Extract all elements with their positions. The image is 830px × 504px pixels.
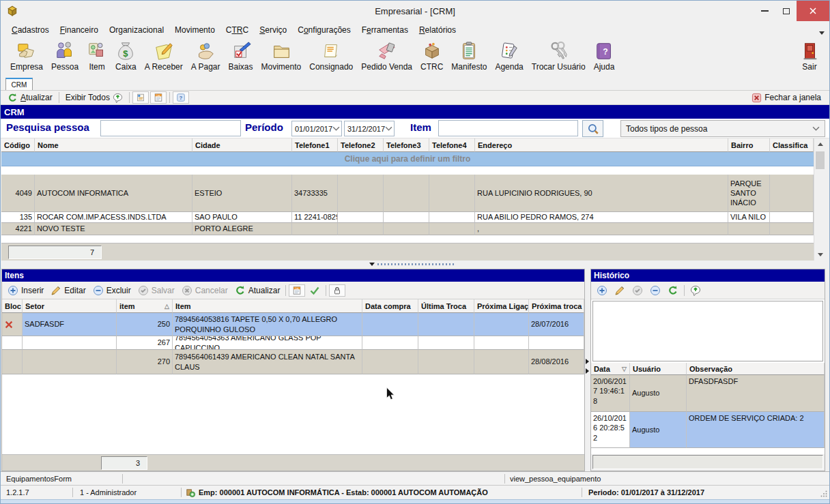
cancelar-button[interactable]: Cancelar: [178, 285, 231, 296]
refresh-button[interactable]: [664, 285, 682, 296]
table-row[interactable]: 2707894564061439 AMERICANO CLEAN NATAL S…: [2, 350, 584, 374]
column-header-próxima-troca[interactable]: Próxima troca: [529, 299, 584, 313]
persons-filter-band[interactable]: Clique aqui para definir um filtro: [1, 152, 814, 166]
persons-vertical-scrollbar[interactable]: [814, 138, 825, 261]
table-row[interactable]: 4049AUTOCOM INFORMATICAESTEIO34733335RUA…: [1, 175, 814, 212]
confirm-button[interactable]: [306, 285, 324, 296]
toolbar-button-empresa[interactable]: Empresa: [6, 40, 47, 72]
menu-item-movimento[interactable]: Movimento: [169, 23, 220, 38]
column-header-próxima-ligaç[interactable]: Próxima Ligaç: [474, 299, 529, 313]
cell: [728, 223, 770, 235]
table-row[interactable]: 135ROCAR COM.IMP.ACESS.INDS.LTDASAO PAUL…: [1, 212, 814, 223]
column-header-última-troca[interactable]: Última Troca: [418, 299, 474, 313]
excluir-button[interactable]: Excluir: [89, 285, 134, 296]
pencil-button[interactable]: [611, 285, 629, 296]
column-header-item[interactable]: item△: [117, 299, 173, 313]
toolbar-button-a-receber[interactable]: A Receber: [141, 40, 187, 72]
menu-item-configurações[interactable]: Configurações: [292, 23, 356, 38]
menu-item-relatórios[interactable]: Relatórios: [414, 23, 461, 38]
salvar-button[interactable]: Salvar: [134, 285, 178, 296]
menu-item-ferramentas[interactable]: Ferramentas: [356, 23, 414, 38]
column-header-telefone4[interactable]: Telefone4: [429, 138, 475, 152]
horizontal-splitter[interactable]: [1, 261, 829, 267]
column-header-data-compra[interactable]: Data compra: [362, 299, 418, 313]
inserir-button[interactable]: Inserir: [4, 285, 47, 296]
menu-item-ctrc[interactable]: CTRC: [220, 23, 254, 38]
table-row[interactable]: SADFASDF2507894564053816 TAPETE 0,50 X 0…: [2, 313, 584, 336]
lock-button[interactable]: [329, 284, 345, 297]
menu-item-financeiro[interactable]: Financeiro: [55, 23, 104, 38]
column-header-código[interactable]: Código: [1, 138, 35, 152]
table-row[interactable]: 2677894564054363 AMERICANO GLASS POP CAP…: [2, 336, 584, 350]
note-button[interactable]: [132, 91, 149, 104]
column-header-telefone2[interactable]: Telefone2: [338, 138, 384, 152]
column-header-nome[interactable]: Nome: [35, 138, 192, 152]
atualizar-button[interactable]: Atualizar: [3, 91, 57, 104]
toolbar-button-pedido-venda[interactable]: Pedido Venda: [357, 40, 416, 72]
column-header-endereço[interactable]: Endereço: [475, 138, 728, 152]
atualizar-button[interactable]: Atualizar: [231, 285, 284, 296]
search-button[interactable]: [582, 120, 603, 137]
exibir-todos-button[interactable]: Exibir Todos: [61, 91, 127, 104]
minus-button[interactable]: [646, 285, 664, 296]
vertical-splitter[interactable]: [585, 269, 590, 471]
toolbar-button-baixas[interactable]: Baixas: [225, 40, 257, 72]
log-button[interactable]: Log: [150, 91, 167, 104]
column-header-setor[interactable]: Setor: [23, 299, 117, 313]
toolbar-button-ctrc[interactable]: CTRC: [416, 40, 447, 72]
date-to-combo[interactable]: 31/12/2017: [344, 121, 395, 136]
table-row[interactable]: 26/10/2016 20:28:52AugustoORDEM DE SERVI…: [591, 412, 825, 448]
column-header-bairro[interactable]: Bairro: [728, 138, 770, 152]
scroll-down-arrow[interactable]: [814, 249, 826, 261]
menu-item-serviço[interactable]: Serviço: [254, 23, 292, 38]
column-header-data[interactable]: Data▽: [591, 363, 630, 375]
help-button[interactable]: ?: [173, 91, 189, 104]
toolbar-button-consignado[interactable]: Consignado: [305, 40, 357, 72]
historico-memo[interactable]: [592, 301, 823, 361]
toolbar-button-movimento[interactable]: Movimento: [257, 40, 306, 72]
tipo-pessoa-combo[interactable]: Todos tipos de pessoa: [620, 120, 825, 137]
editar-button[interactable]: Editar: [47, 285, 89, 296]
column-header-usuário[interactable]: Usuário: [630, 363, 687, 375]
scroll-up-arrow[interactable]: [814, 138, 826, 150]
minimize-button[interactable]: [754, 1, 775, 21]
toolbar-button-caixa[interactable]: $Caixa: [111, 40, 141, 72]
menu-item-cadastros[interactable]: Cadastros: [6, 23, 55, 38]
toolbar-button-a-pagar[interactable]: A Pagar: [187, 40, 225, 72]
close-button[interactable]: [797, 1, 829, 21]
log-button[interactable]: Log: [289, 284, 305, 297]
toolbar-button-pessoa[interactable]: Pessoa: [47, 40, 83, 72]
splitter-grip[interactable]: [377, 263, 454, 265]
column-header-cidade[interactable]: Cidade: [192, 138, 292, 152]
toolbar-button-trocar-usuario[interactable]: Trocar Usuário: [528, 40, 590, 72]
item-input[interactable]: [438, 120, 578, 136]
menu-overflow-icon[interactable]: [819, 31, 825, 35]
toolbar-button-ajuda[interactable]: ?Ajuda: [590, 40, 619, 72]
check-gray-button[interactable]: [629, 285, 646, 296]
export-button[interactable]: [687, 285, 704, 296]
column-header-item[interactable]: Item: [173, 299, 362, 313]
scroll-thumb[interactable]: [816, 151, 825, 169]
toolbar-button-item[interactable]: Item: [83, 40, 111, 72]
table-row[interactable]: 4221NOVO TESTEPORTO ALEGRE,: [1, 223, 814, 235]
maximize-button[interactable]: [775, 1, 797, 21]
fechar-janela-button[interactable]: Fechar a janela: [747, 91, 825, 104]
pesquisa-pessoa-input[interactable]: [100, 120, 241, 136]
tab-crm[interactable]: CRM: [5, 78, 33, 90]
column-header-bloc[interactable]: Bloc: [2, 299, 23, 313]
column-header-telefone1[interactable]: Telefone1: [292, 138, 338, 152]
menu-item-organizacional[interactable]: Organizacional: [104, 23, 169, 38]
toolbar-button-manifesto[interactable]: Manifesto: [447, 40, 491, 72]
plus-button[interactable]: [593, 285, 611, 296]
column-header-classifica[interactable]: Classifica: [770, 138, 814, 152]
toolbar-button-sair[interactable]: Sair: [795, 40, 824, 72]
table-row[interactable]: 20/06/2017 19:46:18AugustoDFASDFASDF: [591, 375, 825, 412]
splitter-arrow-icon[interactable]: [586, 368, 589, 374]
column-header-telefone3[interactable]: Telefone3: [384, 138, 429, 152]
splitter-arrow-icon[interactable]: [586, 359, 589, 364]
toolbar-button-agenda[interactable]: Agenda: [491, 40, 527, 72]
date-from-combo[interactable]: 01/01/2017: [291, 121, 342, 136]
splitter-collapse-icon[interactable]: [369, 263, 375, 266]
column-header-observação[interactable]: Observação: [687, 363, 825, 375]
resize-grip[interactable]: [820, 490, 827, 497]
